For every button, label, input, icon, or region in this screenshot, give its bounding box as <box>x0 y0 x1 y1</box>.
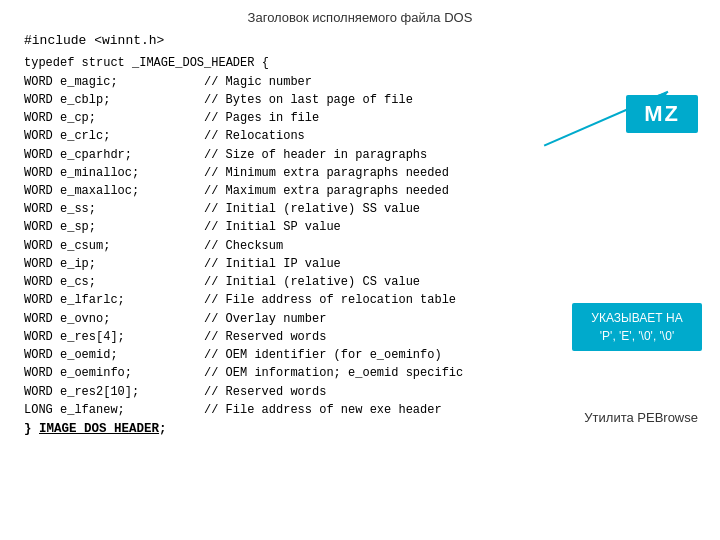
field-row: WORD e_ip; // Initial IP value <box>24 255 700 273</box>
field-text: WORD e_cparhdr; <box>24 146 204 164</box>
closing-brace: } <box>24 422 39 436</box>
field-text: WORD e_lfarlc; <box>24 291 204 309</box>
field-row: WORD e_minalloc; // Minimum extra paragr… <box>24 164 700 182</box>
field-text: WORD e_ss; <box>24 200 204 218</box>
field-text: WORD e_cp; <box>24 109 204 127</box>
field-text: WORD e_csum; <box>24 237 204 255</box>
content-area: #include <winnt.h> MZ typedef struct _IM… <box>0 33 720 439</box>
comment-text: // Initial (relative) CS value <box>204 273 700 291</box>
util-label: Утилита PEBrowse <box>584 410 698 425</box>
struct-type-name: IMAGE_DOS_HEADER <box>39 422 159 436</box>
ukazuvaet-line2: 'P', 'E', '\0', '\0' <box>584 327 690 345</box>
ukazuvaet-badge: УКАЗЫВАЕТ НА 'P', 'E', '\0', '\0' <box>572 303 702 351</box>
field-text: WORD e_sp; <box>24 218 204 236</box>
field-row: WORD e_oeminfo; // OEM information; e_oe… <box>24 364 700 382</box>
field-text: WORD e_oemid; <box>24 346 204 364</box>
comment-text: // OEM information; e_oemid specific <box>204 364 700 382</box>
field-text: WORD e_res[4]; <box>24 328 204 346</box>
field-row: WORD e_csum; // Checksum <box>24 237 700 255</box>
field-text: WORD e_res2[10]; <box>24 383 204 401</box>
field-row: WORD e_maxalloc; // Maximum extra paragr… <box>24 182 700 200</box>
field-row: WORD e_cs; // Initial (relative) CS valu… <box>24 273 700 291</box>
comment-text: // Minimum extra paragraphs needed <box>204 164 700 182</box>
field-text: WORD e_minalloc; <box>24 164 204 182</box>
semicolon: ; <box>159 422 167 436</box>
comment-text: // Initial IP value <box>204 255 700 273</box>
field-text: WORD e_magic; <box>24 73 204 91</box>
comment-text: // Maximum extra paragraphs needed <box>204 182 700 200</box>
field-text: WORD e_cblp; <box>24 91 204 109</box>
field-text: WORD e_crlc; <box>24 127 204 145</box>
comment-text: // Initial (relative) SS value <box>204 200 700 218</box>
typedef-row: typedef struct _IMAGE_DOS_HEADER { <box>24 54 700 73</box>
comment-text: // Initial SP value <box>204 218 700 236</box>
field-text: WORD e_ovno; <box>24 310 204 328</box>
field-text: WORD e_oeminfo; <box>24 364 204 382</box>
field-text: WORD e_maxalloc; <box>24 182 204 200</box>
comment-text: // Checksum <box>204 237 700 255</box>
field-text: WORD e_ip; <box>24 255 204 273</box>
field-text: LONG e_lfanew; <box>24 401 204 419</box>
typedef-keyword: typedef struct _IMAGE_DOS_HEADER { <box>24 54 269 73</box>
field-row: WORD e_ss; // Initial (relative) SS valu… <box>24 200 700 218</box>
field-text: WORD e_cs; <box>24 273 204 291</box>
comment-text: // Reserved words <box>204 383 700 401</box>
ukazuvaet-line1: УКАЗЫВАЕТ НА <box>584 309 690 327</box>
mz-badge: MZ <box>626 95 698 133</box>
field-row: WORD e_sp; // Initial SP value <box>24 218 700 236</box>
field-row: WORD e_res2[10]; // Reserved words <box>24 383 700 401</box>
page-title: Заголовок исполняемого файла DOS <box>0 0 720 33</box>
include-directive: #include <winnt.h> <box>20 33 700 48</box>
